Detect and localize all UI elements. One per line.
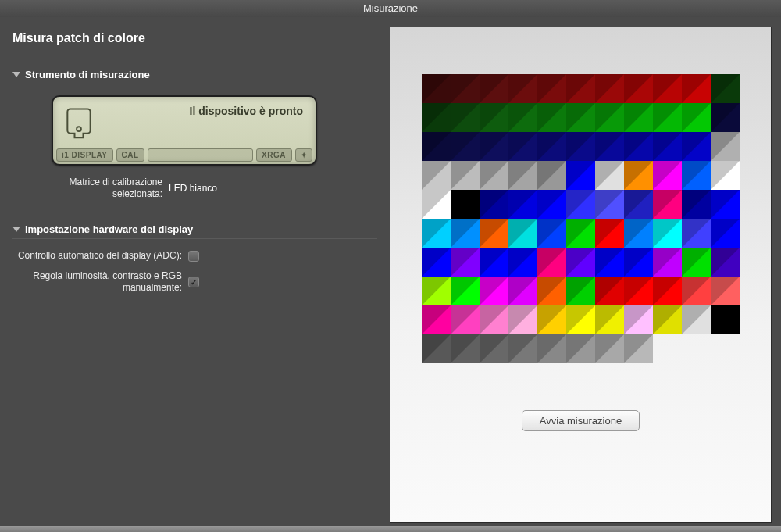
- color-patch[interactable]: [595, 103, 624, 132]
- color-patch[interactable]: [451, 190, 480, 219]
- color-patch[interactable]: [566, 219, 595, 248]
- color-patch[interactable]: [451, 219, 480, 248]
- color-patch[interactable]: [422, 132, 451, 161]
- color-patch[interactable]: [624, 161, 653, 190]
- color-patch[interactable]: [653, 190, 682, 219]
- lcd-display-button[interactable]: i1 DISPLAY: [56, 148, 113, 162]
- color-patch[interactable]: [480, 305, 508, 334]
- color-patch[interactable]: [624, 74, 653, 103]
- color-patch[interactable]: [422, 103, 451, 132]
- color-patch[interactable]: [566, 248, 595, 277]
- start-measurement-button[interactable]: Avvia misurazione: [522, 410, 640, 431]
- color-patch[interactable]: [508, 248, 537, 277]
- color-patch[interactable]: [711, 103, 740, 132]
- color-patch[interactable]: [480, 248, 508, 277]
- color-patch[interactable]: [682, 248, 711, 277]
- color-patch[interactable]: [537, 103, 566, 132]
- color-patch[interactable]: [537, 190, 566, 219]
- color-patch[interactable]: [566, 277, 595, 305]
- color-patch[interactable]: [682, 103, 711, 132]
- color-patch[interactable]: [682, 305, 711, 334]
- color-patch[interactable]: [711, 305, 740, 334]
- color-patch[interactable]: [653, 219, 682, 248]
- color-patch[interactable]: [480, 161, 508, 190]
- color-patch[interactable]: [624, 277, 653, 305]
- color-patch[interactable]: [480, 277, 508, 305]
- color-patch[interactable]: [595, 248, 624, 277]
- color-patch[interactable]: [653, 103, 682, 132]
- color-patch[interactable]: [537, 74, 566, 103]
- adc-checkbox[interactable]: [188, 251, 199, 262]
- color-patch[interactable]: [653, 248, 682, 277]
- color-patch[interactable]: [595, 74, 624, 103]
- color-patch[interactable]: [595, 334, 624, 363]
- manual-rgb-checkbox[interactable]: [188, 277, 199, 287]
- color-patch[interactable]: [624, 219, 653, 248]
- lcd-xrga-button[interactable]: XRGA: [256, 148, 292, 162]
- color-patch[interactable]: [566, 190, 595, 219]
- color-patch[interactable]: [480, 74, 508, 103]
- color-patch[interactable]: [711, 74, 740, 103]
- color-patch[interactable]: [653, 132, 682, 161]
- color-patch[interactable]: [653, 305, 682, 334]
- color-patch[interactable]: [682, 161, 711, 190]
- color-patch[interactable]: [451, 132, 480, 161]
- color-patch[interactable]: [508, 161, 537, 190]
- lcd-bulb-button[interactable]: ✦: [295, 148, 313, 162]
- color-patch[interactable]: [624, 132, 653, 161]
- color-patch[interactable]: [480, 132, 508, 161]
- color-patch[interactable]: [653, 277, 682, 305]
- section-instrument-header[interactable]: Strumento di misurazione: [12, 69, 377, 84]
- color-patch[interactable]: [682, 190, 711, 219]
- color-patch[interactable]: [595, 190, 624, 219]
- color-patch[interactable]: [422, 305, 451, 334]
- color-patch[interactable]: [566, 103, 595, 132]
- color-patch[interactable]: [451, 277, 480, 305]
- color-patch[interactable]: [508, 74, 537, 103]
- color-patch[interactable]: [422, 334, 451, 363]
- color-patch[interactable]: [595, 132, 624, 161]
- color-patch[interactable]: [566, 305, 595, 334]
- color-patch[interactable]: [711, 277, 740, 305]
- color-patch[interactable]: [624, 190, 653, 219]
- color-patch[interactable]: [595, 219, 624, 248]
- color-patch[interactable]: [451, 161, 480, 190]
- color-patch[interactable]: [682, 219, 711, 248]
- lcd-cal-button[interactable]: CAL: [116, 148, 144, 162]
- color-patch[interactable]: [480, 219, 508, 248]
- color-patch[interactable]: [451, 334, 480, 363]
- color-patch[interactable]: [422, 161, 451, 190]
- color-patch[interactable]: [451, 103, 480, 132]
- color-patch[interactable]: [653, 161, 682, 190]
- color-patch[interactable]: [711, 161, 740, 190]
- color-patch[interactable]: [537, 248, 566, 277]
- color-patch[interactable]: [451, 74, 480, 103]
- color-patch[interactable]: [508, 334, 537, 363]
- color-patch[interactable]: [624, 334, 653, 363]
- color-patch[interactable]: [595, 305, 624, 334]
- color-patch[interactable]: [508, 219, 537, 248]
- color-patch[interactable]: [711, 248, 740, 277]
- color-patch[interactable]: [537, 305, 566, 334]
- color-patch[interactable]: [682, 277, 711, 305]
- color-patch[interactable]: [508, 305, 537, 334]
- color-patch[interactable]: [624, 305, 653, 334]
- color-patch[interactable]: [537, 277, 566, 305]
- color-patch[interactable]: [480, 190, 508, 219]
- color-patch[interactable]: [422, 74, 451, 103]
- color-patch[interactable]: [451, 248, 480, 277]
- color-patch[interactable]: [711, 190, 740, 219]
- color-patch[interactable]: [451, 305, 480, 334]
- color-patch[interactable]: [537, 334, 566, 363]
- color-patch[interactable]: [711, 219, 740, 248]
- color-patch[interactable]: [480, 334, 508, 363]
- color-patch[interactable]: [566, 74, 595, 103]
- color-patch[interactable]: [508, 277, 537, 305]
- color-patch[interactable]: [537, 219, 566, 248]
- color-patch[interactable]: [422, 248, 451, 277]
- color-patch[interactable]: [422, 219, 451, 248]
- color-patch[interactable]: [537, 161, 566, 190]
- color-patch[interactable]: [508, 103, 537, 132]
- color-patch[interactable]: [566, 132, 595, 161]
- color-patch[interactable]: [711, 132, 740, 161]
